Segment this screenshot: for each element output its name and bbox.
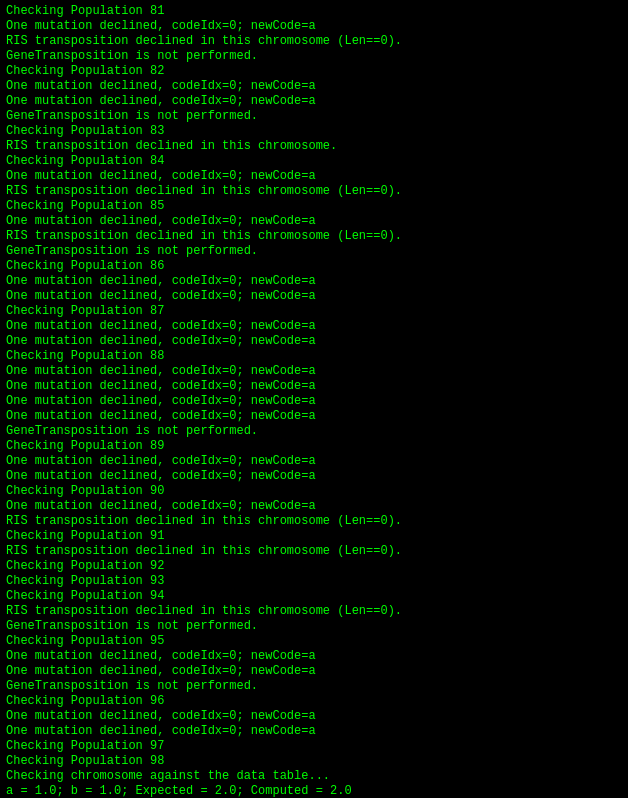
- console-output: Checking Population 81 One mutation decl…: [6, 4, 622, 798]
